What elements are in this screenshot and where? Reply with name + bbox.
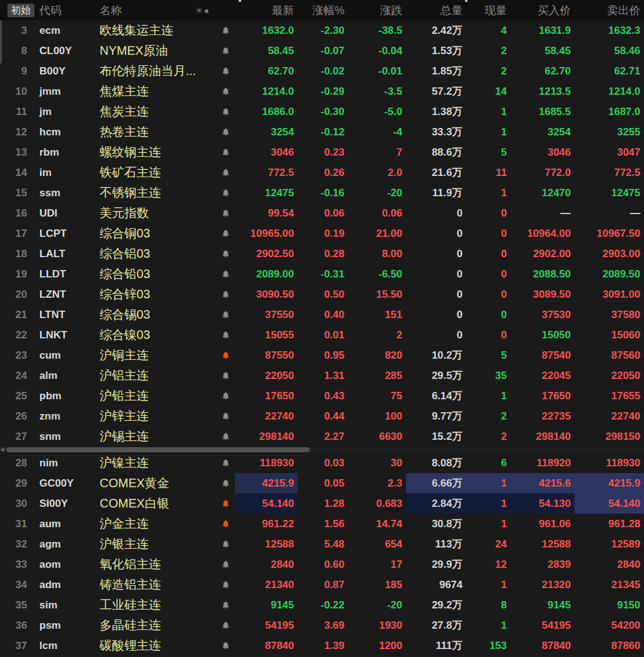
table-row[interactable]: 18LALT综合铝032902.500.288.00002902.002903.… [0, 244, 644, 264]
pct-change-cell: -0.30 [298, 102, 348, 122]
table-row[interactable]: 35sim工业硅主连9145-0.22-2029.2万891459150 [0, 595, 644, 615]
bid-price-cell: 87540 [511, 345, 574, 365]
horizontal-scrollbar[interactable] [0, 447, 644, 453]
table-row[interactable]: 17LCPT综合铜0310965.000.1921.000010964.0010… [0, 223, 644, 244]
header-last[interactable]: 最新 [235, 3, 298, 18]
change-cell: -3.5 [348, 81, 406, 102]
name-cell: 美元指数 [95, 203, 217, 223]
bell-icon[interactable] [217, 514, 235, 534]
table-row[interactable]: 24alm沪铝主连220501.3128529.5万352204522050 [0, 365, 644, 386]
dot-icon[interactable]: ● [204, 6, 210, 15]
bell-icon[interactable] [217, 81, 235, 102]
name-cell: 沪银主连 [95, 534, 217, 554]
header-ask[interactable]: 卖出价 [574, 3, 644, 18]
table-row[interactable]: 31aum沪金主连961.221.5614.7430.8万1961.06961.… [0, 514, 644, 534]
table-row[interactable]: 11jm焦炭主连1686.0-0.30-5.01.38万11685.51687.… [0, 102, 644, 122]
pct-change-cell: 0.44 [298, 406, 348, 426]
header-code[interactable]: 代码 [34, 3, 95, 18]
table-row[interactable]: 16UDI美元指数99.540.060.0600—— [0, 203, 644, 223]
bell-icon[interactable] [217, 345, 235, 365]
current-volume-cell: 2 [466, 61, 511, 81]
row-number: 24 [0, 365, 34, 386]
row-number: 8 [0, 41, 34, 61]
bell-icon[interactable] [217, 554, 235, 575]
table-row[interactable]: 22LNKT综合镍03150550.012001505015060 [0, 325, 644, 345]
bell-icon[interactable] [217, 264, 235, 284]
table-row[interactable]: 9B00Y布伦特原油当月...62.70-0.02-0.011.85万262.7… [0, 61, 644, 81]
code-cell: UDI [34, 203, 95, 223]
bell-icon[interactable] [217, 534, 235, 554]
star-icon[interactable]: ✳ [196, 6, 204, 15]
table-row[interactable]: 15ssm不锈钢主连12475-0.16-2011.9万11247012475 [0, 183, 644, 203]
table-row[interactable]: 13rbm螺纹钢主连30460.23788.6万530463047 [0, 142, 644, 162]
header-pct[interactable]: 涨幅% [298, 3, 348, 18]
header-chg[interactable]: 涨跌 [348, 3, 406, 18]
last-price-cell: 10965.00 [235, 223, 298, 244]
table-row[interactable]: 27snm沪锡主连2981402.27663015.2万229814029815… [0, 426, 644, 447]
bell-icon[interactable] [217, 162, 235, 183]
settings-icons[interactable]: ✳● [196, 6, 210, 15]
current-volume-cell: 4 [466, 20, 511, 41]
current-volume-cell: 1 [466, 615, 511, 635]
bell-icon[interactable] [217, 102, 235, 122]
bell-icon[interactable] [217, 595, 235, 615]
name-cell: 综合镍03 [95, 325, 217, 345]
table-row[interactable]: 26znm沪锌主连227400.441009.77万22273522740 [0, 406, 644, 426]
table-row[interactable]: 28nim沪镍主连1189300.03308.08万6118920118930 [0, 453, 644, 473]
vertical-scrollbar-thumb[interactable] [0, 20, 2, 63]
header-vol[interactable]: 总量 [406, 3, 466, 18]
bell-icon[interactable] [217, 635, 235, 656]
bell-icon[interactable] [217, 473, 235, 493]
table-row[interactable]: 12hcm热卷主连3254-0.12-433.3万132543255 [0, 122, 644, 142]
table-row[interactable]: 3ecm欧线集运主连1632.0-2.30-38.52.42万41631.916… [0, 20, 644, 41]
bell-icon[interactable] [217, 386, 235, 406]
table-row[interactable]: 20LZNT综合锌033090.500.5015.50003089.503091… [0, 284, 644, 305]
bell-icon[interactable] [217, 244, 235, 264]
table-row[interactable]: 14im铁矿石主连772.50.262.021.6万11772.0772.5 [0, 162, 644, 183]
table-row[interactable]: 8CL00YNYMEX原油58.45-0.07-0.041.53万258.455… [0, 41, 644, 61]
table-row[interactable]: 32agm沪银主连125885.48654113万241258812589 [0, 534, 644, 554]
header-bid[interactable]: 买入价 [511, 3, 574, 18]
bell-icon[interactable] [217, 305, 235, 325]
bell-icon[interactable] [217, 325, 235, 345]
bell-icon[interactable] [217, 575, 235, 595]
table-row[interactable]: 30SI00YCOMEX白银54.1401.280.6832.84万154.13… [0, 493, 644, 514]
table-row[interactable]: 34adm铸造铝主连213400.87185967412132021345 [0, 575, 644, 595]
bell-icon[interactable] [217, 615, 235, 635]
bell-icon[interactable] [217, 284, 235, 305]
table-row[interactable]: 29GC00YCOMEX黄金4215.90.052.36.66万14215.64… [0, 473, 644, 493]
bell-icon[interactable] [217, 61, 235, 81]
bell-icon[interactable] [217, 223, 235, 244]
bell-icon[interactable] [217, 406, 235, 426]
bell-icon[interactable] [217, 365, 235, 386]
bell-icon[interactable] [217, 142, 235, 162]
bid-price-cell: 22045 [511, 365, 574, 386]
table-row[interactable]: 25pbm沪铅主连176500.43756.14万11765017655 [0, 386, 644, 406]
header-name[interactable]: 名称 ✳● [95, 3, 217, 18]
ask-price-cell: 37580 [574, 305, 644, 325]
name-cell: 综合铝03 [95, 244, 217, 264]
scroll-left-arrow-icon[interactable] [0, 447, 4, 452]
table-row[interactable]: 21LTNT综合锡03375500.40151003753037580 [0, 305, 644, 325]
bell-icon[interactable] [217, 41, 235, 61]
bell-icon[interactable] [217, 183, 235, 203]
bell-icon[interactable] [217, 453, 235, 473]
bell-icon[interactable] [217, 20, 235, 41]
name-cell: 铸造铝主连 [95, 575, 217, 595]
table-row[interactable]: 19LLDT综合铅032089.00-0.31-6.50002088.50208… [0, 264, 644, 284]
table-row[interactable]: 37lcm碳酸锂主连878401.391200111万1538784087860 [0, 635, 644, 656]
table-row[interactable]: 36psm多晶硅主连541953.69193027.8万15419554200 [0, 615, 644, 635]
bell-icon[interactable] [217, 426, 235, 447]
bell-icon[interactable] [217, 493, 235, 514]
init-sort-button[interactable]: 初始 [7, 4, 34, 17]
bid-price-cell: — [511, 203, 574, 223]
header-name-label: 名称 [100, 3, 122, 18]
bell-icon[interactable] [217, 122, 235, 142]
header-cur[interactable]: 现量 [466, 3, 511, 18]
table-row[interactable]: 23cum沪铜主连875500.9582010.2万58754087560 [0, 345, 644, 365]
pct-change-cell: 0.06 [298, 203, 348, 223]
bell-icon[interactable] [217, 203, 235, 223]
table-row[interactable]: 33aom氧化铝主连28400.601729.9万1228392840 [0, 554, 644, 575]
horizontal-scrollbar-thumb[interactable] [6, 447, 310, 452]
table-row[interactable]: 10jmm焦煤主连1214.0-0.29-3.557.2万141213.5121… [0, 81, 644, 102]
